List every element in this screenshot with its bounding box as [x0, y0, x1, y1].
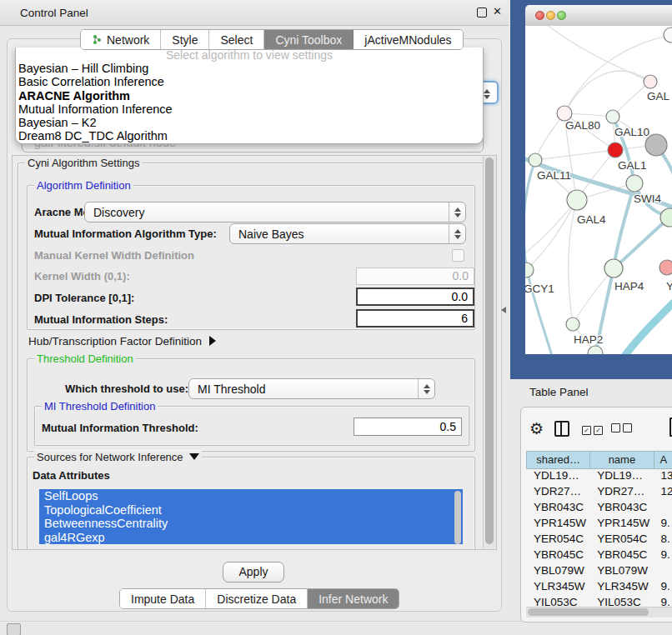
node-label: GAL1 — [618, 159, 647, 172]
tab-cyni-toolbox[interactable]: Cyni Toolbox — [264, 30, 354, 49]
cyni-algorithm-settings-title: Cyni Algorithm Settings — [25, 157, 142, 169]
aracne-mode-combobox[interactable]: Discovery — [84, 202, 466, 222]
manual-kernel-checkbox[interactable] — [452, 249, 464, 262]
dpi-tolerance-field[interactable]: 0.0 — [356, 288, 474, 306]
table-cell: 12 — [653, 485, 672, 501]
which-threshold-combobox[interactable]: MI Threshold — [188, 378, 435, 399]
table-row[interactable]: YIL053CYIL053C9. — [526, 596, 672, 606]
tab-jactivemnodules[interactable]: jActiveMNodules — [354, 30, 462, 49]
network-node-gal[interactable] — [644, 75, 657, 88]
bottom-tab-infer-network[interactable]: Infer Network — [308, 589, 399, 608]
attribute-item[interactable]: TopologicalCoefficient — [39, 503, 463, 518]
network-node-hap4[interactable] — [604, 259, 623, 278]
algorithm-item[interactable]: Basic Correlation Inference — [16, 75, 483, 88]
aracne-mode-value: Discovery — [93, 206, 144, 219]
network-window-titlebar[interactable] — [525, 5, 672, 27]
desktop: { "colors": { "selection_blue": "#3875d6… — [0, 0, 672, 635]
mi-steps-label: Mutual Information Steps: — [34, 313, 168, 326]
attribute-item[interactable]: SelfLoops — [39, 489, 463, 503]
algorithm-item[interactable]: Mutual Information Inference — [16, 102, 483, 116]
sources-title: Sources for Network Inference — [37, 451, 183, 463]
table-row[interactable]: YDL19…YDL19…13 — [526, 469, 672, 485]
minimized-panel-icon[interactable] — [7, 623, 21, 635]
tab-label: Infer Network — [318, 592, 388, 606]
select-all-icon[interactable]: ✓✓ — [582, 421, 603, 436]
table-cell: YDL19… — [526, 469, 589, 485]
mi-steps-field[interactable]: 6 — [356, 309, 474, 328]
network-node-gal10[interactable] — [606, 110, 619, 123]
table-toolbar: ⚙ ✓✓ — [529, 418, 672, 439]
network-node-swi4[interactable] — [626, 175, 643, 192]
bottom-tab-impute-data[interactable]: Impute Data — [120, 589, 206, 608]
network-node-gal4[interactable] — [567, 190, 587, 210]
column-header[interactable]: shared… — [526, 451, 589, 469]
network-canvas[interactable]: GALGAL80GAL10GAL1GAL11SWI4GAL4GCY1HAP4YH… — [525, 26, 672, 354]
table-row[interactable]: YBR043CYBR043C — [526, 501, 672, 517]
table-panel-title: Table Panel — [529, 386, 589, 398]
hub-section-toggle[interactable]: Hub/Transcription Factor Definition — [28, 335, 216, 348]
algorithm-item[interactable]: Bayesian – K2 — [16, 116, 483, 129]
zoom-traffic-light-icon[interactable] — [557, 11, 566, 20]
mi-threshold-label: Mutual Information Threshold: — [42, 422, 198, 434]
mi-threshold-field[interactable]: 0.5 — [354, 418, 462, 436]
which-threshold-label: Which threshold to use: — [65, 382, 188, 395]
cyni-bottom-tabbar: Impute DataDiscretize DataInfer Network — [119, 588, 399, 609]
attribute-item[interactable]: BetweennessCentrality — [39, 517, 463, 531]
float-window-icon[interactable] — [477, 8, 487, 18]
mi-type-label: Mutual Information Algorithm Type: — [34, 228, 217, 240]
deselect-all-icon[interactable] — [611, 421, 632, 436]
algorithm-item[interactable]: Bayesian – Hill Climbing — [16, 62, 483, 75]
tab-style[interactable]: Style — [161, 30, 209, 49]
data-attributes-list[interactable]: SelfLoopsTopologicalCoefficientBetweenne… — [39, 489, 463, 546]
close-traffic-light-icon[interactable] — [535, 11, 544, 20]
network-node-y[interactable] — [659, 260, 672, 275]
control-panel: Control Panel ✕ NetworkStyleSelectCyni T… — [0, 0, 509, 611]
node-label: GCY1 — [525, 282, 554, 295]
network-node-gcy1[interactable] — [525, 262, 534, 278]
attribute-item[interactable]: gal4RGexp — [39, 531, 463, 545]
threshold-definition-title: Threshold Definition — [34, 352, 136, 365]
table-cell: 9. — [653, 580, 672, 596]
table-cell: YLR345W — [526, 580, 589, 596]
settings-scrollbar[interactable] — [483, 156, 496, 549]
expand-right-icon — [209, 336, 216, 346]
table-row[interactable]: YER054CYER054C8. — [526, 532, 672, 548]
list-scrollbar[interactable] — [454, 491, 462, 544]
table-cell: YPR145W — [526, 517, 589, 532]
table-rows: YDL19…YDL19…13YDR27…YDR27…12YBR043CYBR04… — [526, 469, 672, 606]
split-pane-collapse-icon[interactable] — [501, 307, 506, 313]
network-node-hap2[interactable] — [566, 318, 579, 331]
network-node-gal11[interactable] — [529, 153, 542, 167]
table-row[interactable]: YBR045CYBR045C9. — [526, 548, 672, 564]
apply-button[interactable]: Apply — [223, 562, 284, 582]
bottom-tab-discretize-data[interactable]: Discretize Data — [206, 589, 308, 608]
network-node-gal1[interactable] — [608, 142, 623, 158]
table-row[interactable]: YDR27…YDR27…12 — [526, 485, 672, 501]
close-icon[interactable]: ✕ — [493, 5, 502, 18]
table-cell: YLR345W — [589, 580, 653, 596]
collapse-down-icon — [189, 453, 199, 460]
tab-label: Cyni Toolbox — [275, 33, 342, 47]
minimize-traffic-light-icon[interactable] — [546, 11, 555, 20]
algorithm-item[interactable]: Dream8 DC_TDC Algorithm — [16, 129, 483, 142]
gear-icon[interactable]: ⚙ — [529, 419, 544, 438]
column-header[interactable]: name — [589, 451, 653, 469]
tab-network[interactable]: Network — [81, 30, 161, 49]
column-header[interactable]: A — [654, 451, 672, 469]
network-node[interactable] — [664, 28, 672, 42]
dpi-tolerance-label: DPI Tolerance [0,1]: — [34, 292, 134, 304]
algorithm-item[interactable]: ARACNE Algorithm — [16, 89, 483, 102]
network-node[interactable] — [645, 134, 667, 156]
columns-icon[interactable] — [554, 421, 569, 437]
node-label: HAP2 — [574, 333, 603, 346]
algorithm-definition-title: Algorithm Definition — [34, 179, 133, 192]
table-row[interactable]: YLR345WYLR345W9. — [526, 580, 672, 596]
node-label: HAP4 — [614, 280, 644, 292]
mi-type-combobox[interactable]: Naive Bayes — [229, 223, 466, 244]
table-hscrollbar[interactable] — [526, 607, 672, 618]
table-row[interactable]: YBL079WYBL079W — [526, 564, 672, 580]
tab-select[interactable]: Select — [209, 30, 264, 49]
table-row[interactable]: YPR145WYPR145W9. — [526, 517, 672, 532]
sources-toggle[interactable]: Sources for Network Inference — [34, 451, 202, 463]
network-tab-icon — [92, 34, 103, 45]
